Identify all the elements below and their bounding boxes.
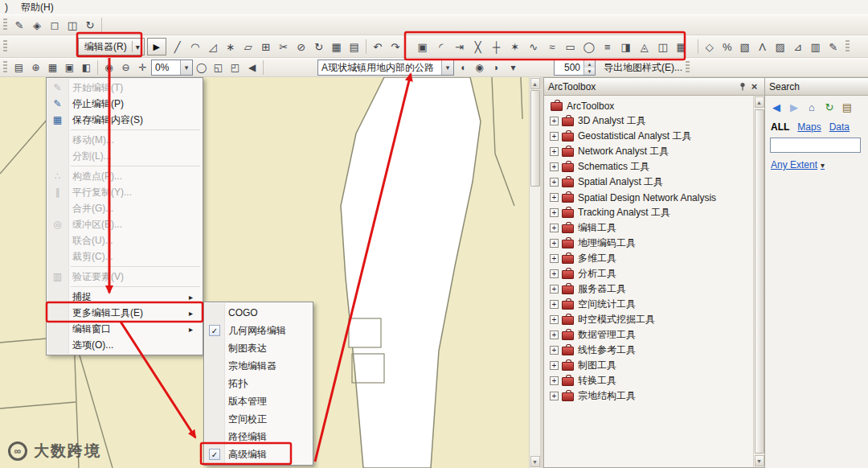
toolbar-grip[interactable]: [3, 40, 7, 53]
expand-icon[interactable]: [550, 147, 559, 156]
pan-icon[interactable]: ✛: [134, 60, 151, 76]
viewer-window-icon[interactable]: ◫: [63, 16, 81, 34]
menu-help[interactable]: 帮助(H): [21, 1, 54, 14]
menu-item-merge[interactable]: 合并(G)...: [47, 200, 203, 216]
menu-item-construct-points[interactable]: ∴ 构造点(P)...: [47, 168, 203, 184]
forward-icon[interactable]: ▶: [786, 99, 802, 115]
expand-icon[interactable]: [550, 239, 559, 248]
menu-item-buffer[interactable]: ◎ 缓冲区(B)...: [47, 216, 203, 232]
submenu-item-advanced-editing[interactable]: 高级编辑: [204, 445, 313, 463]
toolbox-item[interactable]: 编辑工具: [547, 220, 753, 236]
tab-maps[interactable]: Maps: [797, 121, 821, 133]
expand-icon[interactable]: [550, 254, 559, 263]
measure-icon[interactable]: ⊿: [789, 38, 807, 55]
toolbox-item[interactable]: 空间统计工具: [547, 297, 753, 312]
toolbox-item[interactable]: 制图工具: [547, 358, 753, 373]
pin-icon[interactable]: [736, 80, 748, 92]
submenu-item-spatial-adjustment[interactable]: 空间校正: [204, 410, 313, 428]
toolbox-item[interactable]: 多维工具: [547, 251, 753, 266]
menu-item-move[interactable]: 移动(M)...: [47, 132, 203, 148]
submenu-item-versioning[interactable]: 版本管理: [204, 392, 313, 410]
toolbox-item[interactable]: Spatial Analyst 工具: [547, 174, 753, 190]
toolbox-item[interactable]: Schematics 工具: [547, 159, 753, 174]
spinner-up-icon[interactable]: [584, 60, 595, 68]
menu-item-split[interactable]: 分割(L)...: [47, 148, 203, 164]
expand-icon[interactable]: [550, 315, 559, 324]
split-polygons-icon[interactable]: ◫: [654, 38, 672, 55]
fixed-zoom-in-icon[interactable]: ◱: [210, 60, 227, 76]
marker-editing-icon[interactable]: ◇: [701, 38, 719, 55]
explode-multipart-icon[interactable]: ✶: [506, 38, 524, 55]
pencil-tool-icon[interactable]: ✎: [825, 38, 842, 55]
toolbar-grip[interactable]: [686, 61, 690, 74]
table-of-contents-icon[interactable]: ▤: [10, 60, 27, 76]
rotate-tool-icon[interactable]: ↻: [310, 38, 328, 55]
toolbar-grip[interactable]: [3, 18, 7, 31]
expand-icon[interactable]: [550, 132, 559, 141]
menu-item-start-editing[interactable]: ✎ 开始编辑(T): [47, 80, 203, 96]
extent-dropdown[interactable]: Any Extent: [771, 159, 825, 170]
expand-icon[interactable]: [550, 224, 559, 232]
toolbox-item[interactable]: 线性参考工具: [547, 343, 753, 358]
menu-item-more-editing-tools[interactable]: 更多编辑工具(E): [47, 305, 203, 321]
point-tool-icon[interactable]: ∗: [222, 38, 240, 55]
snapping-icon[interactable]: ◈: [28, 16, 46, 34]
more-options-icon[interactable]: ▾: [505, 60, 522, 76]
toolbox-item[interactable]: 服务器工具: [547, 281, 753, 297]
editor-pencil-icon[interactable]: ✎: [10, 16, 28, 34]
scroll-up-icon[interactable]: [755, 96, 764, 108]
menu-item-union[interactable]: 联合(U)...: [47, 232, 203, 248]
menu-item-stop-editing[interactable]: ✎ 停止编辑(P): [47, 96, 203, 112]
refresh-icon[interactable]: ↻: [821, 99, 837, 115]
menu-item-save-edits[interactable]: ▦ 保存编辑内容(S): [47, 112, 203, 128]
route-point-icon[interactable]: ◉: [471, 60, 488, 76]
map-vertical-scrollbar[interactable]: [529, 77, 540, 468]
representation-fill-icon[interactable]: ▧: [736, 38, 754, 55]
menu-item-validate-features[interactable]: ▥ 验证要素(V): [47, 269, 203, 285]
hatch-icon[interactable]: ▨: [772, 38, 789, 55]
zoom-out-icon[interactable]: ⊖: [117, 60, 134, 76]
straight-segment-icon[interactable]: ╱: [169, 38, 186, 55]
toolbox-item[interactable]: 分析工具: [547, 266, 753, 281]
submenu-item-topology[interactable]: 拓扑: [204, 375, 313, 392]
expand-icon[interactable]: [550, 162, 559, 171]
scrollbar-thumb[interactable]: [530, 90, 540, 187]
route-end-icon[interactable]: ◗: [488, 60, 505, 76]
select-elements-icon[interactable]: ◻: [46, 16, 63, 34]
fixed-zoom-out-icon[interactable]: ◰: [227, 60, 244, 76]
expand-icon[interactable]: [550, 193, 559, 202]
trim-tool-icon[interactable]: ╳: [469, 38, 487, 55]
print-icon[interactable]: ▣: [61, 60, 78, 76]
construct-polygons-icon[interactable]: ◬: [636, 38, 653, 55]
add-data-icon[interactable]: ⊕: [27, 60, 44, 76]
toolbar-grip[interactable]: [3, 61, 7, 74]
expand-icon[interactable]: [550, 269, 559, 278]
rectangle-tool-icon[interactable]: ▭: [562, 38, 579, 55]
arc-segment-icon[interactable]: ◠: [186, 38, 204, 55]
smooth-icon[interactable]: ≈: [543, 38, 561, 55]
submenu-item-parcel-editor[interactable]: 宗地编辑器: [204, 357, 313, 375]
submenu-item-route-editing[interactable]: 路径编辑: [204, 428, 313, 445]
replace-geometry-icon[interactable]: ◨: [617, 38, 635, 55]
expand-icon[interactable]: [550, 392, 559, 400]
search-input[interactable]: [770, 138, 861, 153]
submenu-item-representation[interactable]: 制图表达: [204, 339, 313, 357]
trace-tool-icon[interactable]: ◿: [204, 38, 222, 55]
toolbox-item[interactable]: 转换工具: [547, 373, 753, 388]
combo-dropdown-icon[interactable]: [180, 60, 192, 75]
transparency-combo[interactable]: 0%: [151, 60, 193, 76]
export-map-style-button[interactable]: 导出地图样式(E)...: [604, 61, 682, 75]
edit-tool-button[interactable]: ▶: [147, 38, 166, 55]
arctoolbox-scrollbar[interactable]: [753, 96, 764, 467]
layer-combo[interactable]: A现状城镇用地内部的公路: [317, 60, 454, 76]
menu-item-editing-windows[interactable]: 编辑窗口: [47, 321, 203, 337]
index-icon[interactable]: ▤: [839, 99, 855, 115]
expand-icon[interactable]: [550, 178, 559, 187]
save-icon[interactable]: ▦: [44, 60, 61, 76]
toolbox-item[interactable]: 地理编码工具: [547, 236, 753, 251]
toolbox-item[interactable]: 时空模式挖掘工具: [547, 312, 753, 327]
toolbox-item[interactable]: Geostatistical Analyst 工具: [547, 129, 753, 144]
toolbox-item[interactable]: Tracking Analyst 工具: [547, 205, 753, 220]
lambda-node-icon[interactable]: Λ: [754, 38, 772, 55]
expand-icon[interactable]: [550, 285, 559, 294]
